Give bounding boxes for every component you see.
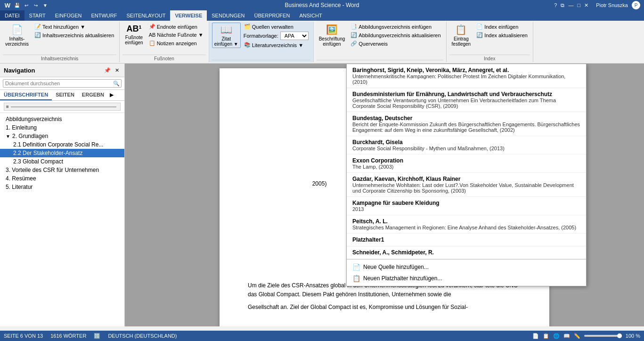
group-zitat: 📖 Zitateinfügen ▼ 🗂️ Quellen verwalten F… [209, 22, 314, 62]
citation-author-2: Bundestag, Deutscher [352, 115, 580, 122]
redo-icon[interactable]: ↪ [32, 1, 40, 9]
group-inhaltsverzeichnis: 📄 Inhalts-verzeichnis 📝 Text hinzufügen … [0, 22, 120, 62]
group-fussnoten-label: Fußnoten [122, 55, 205, 61]
tab-seitenlayout[interactable]: SEITENLAYOUT [122, 10, 170, 21]
inhaltsverzeichnis-col: 📝 Text hinzufügen ▼ 🔄 Inhaltsverzeichnis… [32, 23, 116, 39]
citation-item-2[interactable]: Bundestag, Deutscher Bericht der Enquete… [347, 112, 586, 136]
restore-icon[interactable]: ⧉ [561, 2, 564, 8]
minimize-icon[interactable]: — [568, 2, 573, 8]
tab-ueberschriften[interactable]: ÜBERSCHRIFTEN [0, 90, 52, 100]
abbildungsverzeichnis-aktualisieren-button[interactable]: 🔄 Abbildungsverzeichnis aktualisieren [348, 31, 443, 39]
tab-start[interactable]: START [24, 10, 50, 21]
citation-item-8[interactable]: Platzhalter1 [347, 234, 586, 246]
eintrag-festlegen-button[interactable]: 📋 Eintragfestlegen [449, 23, 473, 48]
index-einfuegen-button[interactable]: 📄 Index einfügen [474, 23, 530, 31]
neuen-platzhalter-button[interactable]: 📋 Neuen Platzhalter hinzufügen... [347, 273, 586, 284]
citation-item-1[interactable]: Bundesministerium für Ernährung, Landwir… [347, 88, 586, 112]
undo-icon[interactable]: ↩ [23, 1, 30, 9]
tree-item-global-compact[interactable]: 2.3 Global Compact [0, 157, 124, 166]
nav-pin-icon[interactable]: 📌 [104, 66, 111, 74]
neue-quelle-button[interactable]: 📄 Neue Quelle hinzufügen... [347, 261, 586, 273]
navigation-panel: Navigation 📌 ✕ 🔍 ÜBERSCHRIFTEN SEITEN ER… [0, 64, 125, 326]
abbildungsverzeichnis-einfuegen-button[interactable]: 📑 Abbildungsverzeichnis einfügen [348, 23, 443, 31]
tree-item-stakeholder[interactable]: 2.2 Der Stakeholder-Ansatz [0, 149, 124, 157]
citation-author-1: Bundesministerium für Ernährung, Landwir… [352, 91, 580, 97]
querverweis-button[interactable]: 🔗 Querverweis [348, 40, 443, 48]
tab-seiten[interactable]: SEITEN [52, 90, 78, 100]
group-fussnoten-content: AB¹ Fußnoteeinfügen 📌 Endnote einfügen A… [122, 23, 205, 55]
tab-verweise[interactable]: VERWEISE [170, 10, 207, 21]
literaturverzeichnis-button[interactable]: 📚 Literaturverzeichnis ▼ [242, 41, 310, 49]
notizen-anzeigen-button[interactable]: 📋 Notizen anzeigen [147, 39, 206, 47]
view-icon-5[interactable]: ✏️ [574, 333, 580, 339]
citation-item-4[interactable]: Exxon Corporation The Lamp, (2003) [347, 154, 586, 173]
citation-author-3: Burckhardt, Gisela [352, 139, 580, 146]
customize-icon[interactable]: ▼ [41, 1, 49, 9]
format-row: Formatvorlage: APA [242, 31, 310, 41]
tab-einfuegen[interactable]: EINFÜGEN [50, 10, 87, 21]
ribbon-content: 📄 Inhalts-verzeichnis 📝 Text hinzufügen … [0, 21, 644, 63]
citation-item-6[interactable]: Kampagne für saubere Kleidung 2013 [347, 197, 586, 215]
group-beschriftung: 🖼️ Beschriftungeinfügen 📑 Abbildungsverz… [314, 22, 447, 62]
close-icon[interactable]: ✕ [584, 2, 588, 8]
nav-search-bar: 🔍 [0, 77, 124, 90]
help-icon[interactable]: ? [554, 2, 557, 8]
save-icon[interactable]: 💾 [13, 1, 21, 9]
tree-item-einleitung[interactable]: 1. Einleitung [0, 123, 124, 132]
endnote-einfuegen-button[interactable]: 📌 Endnote einfügen [147, 23, 206, 31]
citation-item-5[interactable]: Gazdar, Kaevan, Kirchhoff, Klaus Rainer … [347, 173, 586, 197]
tab-ueberpruefen[interactable]: ÜBERPRÜFEN [250, 10, 295, 21]
beschriftung-col: 📑 Abbildungsverzeichnis einfügen 🔄 Abbil… [348, 23, 443, 48]
tab-sendungen[interactable]: SENDUNGEN [207, 10, 249, 21]
inhaltsverzeichnis-button[interactable]: 📄 Inhalts-verzeichnis [3, 23, 31, 48]
view-icon-3[interactable]: 🌐 [553, 333, 560, 339]
tab-ansicht[interactable]: ANSICHT [294, 10, 326, 21]
citation-item-3[interactable]: Burckhardt, Gisela Corporate Social Resp… [347, 136, 586, 154]
zoom-slider[interactable] [584, 335, 622, 337]
neue-quelle-icon: 📄 [352, 263, 360, 271]
text-hinzufuegen-button[interactable]: 📝 Text hinzufügen ▼ [32, 23, 116, 31]
tab-ergebnisse[interactable]: ERGEBN [78, 90, 108, 100]
tree-item-definition[interactable]: 2.1 Definition Corporate Social Re... [0, 140, 124, 149]
view-icon-1[interactable]: 📄 [532, 333, 539, 339]
nav-tabs: ÜBERSCHRIFTEN SEITEN ERGEBN ▶ [0, 90, 124, 101]
citation-item-9[interactable]: Schneider, A., Schmidpeter, R. [347, 246, 586, 259]
tree-item-resumee[interactable]: 4. Resümee [0, 174, 124, 183]
inhaltsverzeichnis-aktualisieren-button[interactable]: 🔄 Inhaltsverzeichnis aktualisieren [32, 31, 116, 39]
quellen-verwalten-button[interactable]: 🗂️ Quellen verwalten [242, 23, 310, 31]
maximize-icon[interactable]: □ [577, 2, 580, 8]
beschriftung-einfuegen-button[interactable]: 🖼️ Beschriftungeinfügen [317, 23, 348, 48]
citation-title-0: Unternehmenskritische Kampagnen: Politis… [352, 73, 580, 85]
citation-item-0[interactable]: Baringhorst, Sigrid, Kneip, Veronika, Mä… [347, 64, 586, 88]
ribbon-tab-bar: DATEI START EINFÜGEN ENTWURF SEITENLAYOU… [0, 10, 644, 21]
page-info: SEITE 6 VON 13 [4, 333, 43, 339]
tree-item-literatur[interactable]: 5. Literatur [0, 183, 124, 191]
status-bar: SEITE 6 VON 13 1616 WÖRTER 🔠 DEUTSCH (DE… [0, 331, 644, 341]
tab-entwurf[interactable]: ENTWURF [86, 10, 122, 21]
inhaltsverzeichnis-icon: 📄 [11, 24, 23, 35]
citation-item-7[interactable]: Peitsch, A. L. Strategisches Management … [347, 215, 586, 234]
nav-close-icon[interactable]: ✕ [113, 66, 121, 74]
citation-author-9: Schneider, A., Schmidpeter, R. [352, 249, 580, 256]
index-aktualisieren-button[interactable]: 🔄 Index aktualisieren [474, 31, 530, 39]
fussnote-einfuegen-button[interactable]: AB¹ Fußnoteeinfügen [122, 23, 145, 47]
zitat-icon: 📖 [220, 24, 232, 35]
tree-item-abbildungsverzeichnis[interactable]: Abbildungsverzeichnis [0, 115, 124, 123]
tree-item-vorteile[interactable]: 3. Vorteile des CSR für Unternehmen [0, 166, 124, 174]
citation-title-6: 2013 [352, 206, 580, 212]
tab-more-icon[interactable]: ▶ [108, 90, 115, 100]
search-input[interactable] [3, 79, 122, 88]
user-avatar[interactable]: P [632, 1, 640, 9]
tree-item-grundlagen[interactable]: ▼ 2. Grundlagen [0, 132, 124, 140]
window-title: Business And Science - Word [285, 2, 359, 8]
format-select[interactable]: APA [280, 32, 309, 40]
group-zitat-content: 📖 Zitateinfügen ▼ 🗂️ Quellen verwalten F… [212, 23, 310, 60]
citation-author-8: Platzhalter1 [352, 236, 580, 243]
naechste-fussnote-button[interactable]: AB Nächste Fußnote ▼ [147, 31, 206, 39]
zitat-einfuegen-button[interactable]: 📖 Zitateinfügen ▼ [212, 23, 241, 48]
eintrag-icon: 📋 [455, 24, 467, 35]
view-icon-2[interactable]: 📋 [543, 333, 549, 339]
view-icon-4[interactable]: 📖 [563, 333, 570, 339]
tab-datei[interactable]: DATEI [0, 10, 24, 21]
nav-controls: 📌 ✕ [104, 66, 121, 74]
